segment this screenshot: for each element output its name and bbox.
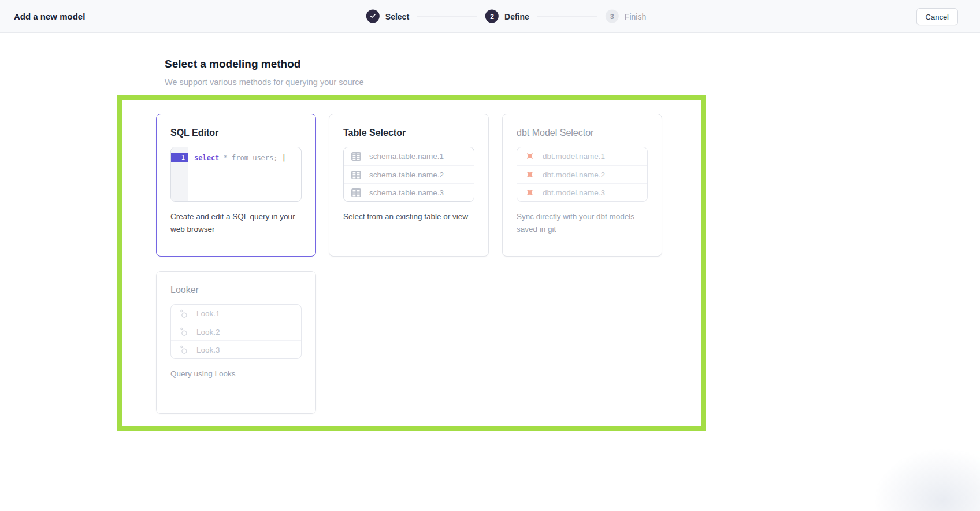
stepper-connector <box>417 16 477 17</box>
corner-fade-blob <box>873 447 980 511</box>
sql-code-line: select * from users; | <box>188 147 286 201</box>
card-title: Table Selector <box>343 128 474 138</box>
page-title: Add a new model <box>14 12 85 21</box>
top-bar: Add a new model Select 2 Define 3 Finish… <box>0 0 980 33</box>
text-cursor: | <box>282 154 286 162</box>
sql-keyword: select <box>194 154 219 162</box>
step-3-badge: 3 <box>606 10 619 23</box>
section-subheading: We support various methods for querying … <box>165 77 364 87</box>
dbt-model-name: dbt.model.name.3 <box>543 188 605 197</box>
card-description: Query using Looks <box>170 368 302 380</box>
stepper-connector <box>537 16 597 17</box>
list-item: schema.table.name.2 <box>344 165 474 183</box>
card-description: Create and edit a SQL query in your web … <box>170 210 302 236</box>
card-table-selector[interactable]: Table Selector schema.table.name.1 schem… <box>329 114 489 257</box>
list-item: dbt.model.name.1 <box>517 147 647 165</box>
list-item: dbt.model.name.3 <box>517 183 647 201</box>
stepper: Select 2 Define 3 Finish <box>366 10 646 23</box>
sql-editor-preview: 1 select * from users; | <box>170 147 302 202</box>
cancel-button[interactable]: Cancel <box>916 8 958 25</box>
table-list-preview: schema.table.name.1 schema.table.name.2 … <box>343 147 474 202</box>
card-title: SQL Editor <box>170 128 302 138</box>
list-item: Look.1 <box>171 305 301 323</box>
look-name: Look.3 <box>196 346 220 354</box>
card-title: Looker <box>170 285 302 295</box>
step-select-label: Select <box>385 12 409 21</box>
list-item: Look.2 <box>171 323 301 340</box>
dbt-model-name: dbt.model.name.1 <box>543 152 605 161</box>
stepper-step-define[interactable]: 2 Define <box>485 10 529 23</box>
table-grid-icon <box>351 169 362 180</box>
stepper-step-select[interactable]: Select <box>366 10 409 23</box>
table-grid-icon <box>351 187 362 198</box>
table-name: schema.table.name.1 <box>369 152 444 161</box>
section-heading: Select a modeling method <box>165 58 300 71</box>
table-grid-icon <box>351 151 362 162</box>
look-name: Look.2 <box>196 328 220 336</box>
looker-icon <box>178 308 189 319</box>
look-name: Look.1 <box>196 309 220 318</box>
sql-editor-gutter: 1 <box>171 147 188 201</box>
dbt-model-name: dbt.model.name.2 <box>543 171 605 179</box>
step-2-badge: 2 <box>485 10 499 23</box>
step-complete-check-icon <box>366 10 380 23</box>
dbt-list-preview: dbt.model.name.1 dbt.model.name.2 dbt.mo… <box>517 147 648 202</box>
dbt-logo-icon <box>524 187 535 198</box>
list-item: schema.table.name.1 <box>344 147 474 165</box>
looker-icon <box>178 327 189 338</box>
step-finish-label: Finish <box>625 12 646 21</box>
looker-icon <box>178 345 189 356</box>
card-looker[interactable]: Looker Look.1 Look.2 Look.3 Query using … <box>156 271 316 414</box>
table-name: schema.table.name.3 <box>369 188 444 197</box>
list-item: schema.table.name.3 <box>344 183 474 201</box>
dbt-logo-icon <box>524 151 535 162</box>
sql-code-rest: * from users; <box>219 154 281 162</box>
card-title: dbt Model Selector <box>517 128 648 138</box>
looker-list-preview: Look.1 Look.2 Look.3 <box>170 304 302 359</box>
stepper-step-finish: 3 Finish <box>606 10 646 23</box>
card-dbt-model-selector[interactable]: dbt Model Selector dbt.model.name.1 dbt.… <box>502 114 662 257</box>
card-description: Sync directly with your dbt models saved… <box>517 210 648 236</box>
card-sql-editor[interactable]: SQL Editor 1 select * from users; | Crea… <box>156 114 316 257</box>
dbt-logo-icon <box>524 169 535 180</box>
step-define-label: Define <box>504 12 529 21</box>
table-name: schema.table.name.2 <box>369 171 444 179</box>
list-item: dbt.model.name.2 <box>517 165 647 183</box>
card-description: Select from an existing table or view <box>343 210 474 223</box>
list-item: Look.3 <box>171 340 301 358</box>
sql-line-number: 1 <box>171 153 188 162</box>
